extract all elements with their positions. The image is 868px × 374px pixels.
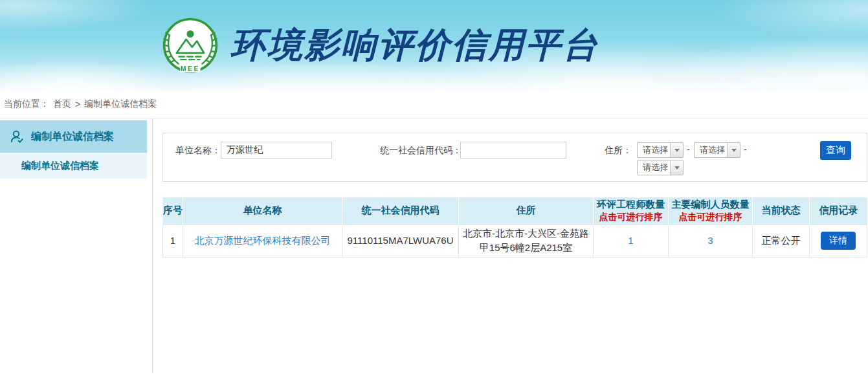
- col-engineer-sort-hint: 点击可进行排序: [594, 212, 668, 223]
- breadcrumb: 当前位置： 首页 > 编制单位诚信档案: [0, 91, 868, 118]
- chevron-down-icon[interactable]: [727, 143, 740, 157]
- col-status: 当前状态: [753, 197, 810, 225]
- cell-status: 正常公开: [753, 225, 810, 257]
- col-credit-record: 信用记录: [810, 197, 867, 225]
- table-header-row: 序号 单位名称 统一社会信用代码 住所 环评工程师数量 点击可进行排序 主要编制…: [163, 197, 867, 225]
- sidebar-item-label: 编制单位诚信档案: [31, 130, 114, 144]
- unit-name-label: 单位名称：: [175, 145, 221, 157]
- engineer-count-link[interactable]: 1: [628, 235, 633, 246]
- content-layout: 编制单位诚信档案 编制单位诚信档案 单位名称： 统一社会信用代码： 住所： 请选…: [0, 118, 868, 373]
- unit-name-input[interactable]: [221, 142, 332, 159]
- address-district-value: 请选择: [638, 162, 670, 173]
- mee-logo-icon: MEE: [161, 16, 220, 75]
- col-staff-count-label: 主要编制人员数量: [669, 199, 752, 211]
- col-seq: 序号: [163, 197, 183, 225]
- page-title: 环境影响评价信用平台: [230, 22, 599, 69]
- col-address: 住所: [459, 197, 594, 225]
- chevron-down-icon[interactable]: [670, 143, 683, 157]
- sidebar: 编制单位诚信档案 编制单位诚信档案: [0, 118, 153, 373]
- detail-button[interactable]: 详情: [821, 232, 856, 250]
- address-label: 住所：: [605, 145, 632, 157]
- sidebar-item-unit-credit-archive[interactable]: 编制单位诚信档案: [0, 120, 147, 153]
- user-check-icon: [9, 129, 25, 144]
- address-separator: -: [744, 144, 747, 155]
- results-table: 序号 单位名称 统一社会信用代码 住所 环评工程师数量 点击可进行排序 主要编制…: [162, 197, 867, 258]
- col-engineer-count-label: 环评工程师数量: [594, 199, 668, 211]
- breadcrumb-home-link[interactable]: 首页: [53, 98, 71, 110]
- breadcrumb-location-label: 当前位置：: [4, 98, 49, 110]
- sidebar-subitem-unit-credit-archive[interactable]: 编制单位诚信档案: [0, 153, 147, 179]
- col-credit-code: 统一社会信用代码: [342, 197, 459, 225]
- address-separator: -: [687, 144, 690, 155]
- breadcrumb-separator: >: [75, 99, 80, 109]
- unit-name-link[interactable]: 北京万源世纪环保科技有限公司: [195, 235, 331, 246]
- address-province-select[interactable]: 请选择: [637, 142, 684, 158]
- credit-code-label: 统一社会信用代码：: [380, 145, 462, 157]
- cell-credit-code: 91110115MA7LWUA76U: [342, 225, 459, 257]
- credit-code-input[interactable]: [460, 142, 566, 159]
- search-form: 单位名称： 统一社会信用代码： 住所： 请选择 - 请选择 - 请选择: [162, 133, 867, 182]
- chevron-down-icon[interactable]: [670, 160, 683, 175]
- col-staff-count-sortable[interactable]: 主要编制人员数量 点击可进行排序: [669, 197, 753, 225]
- col-engineer-count-sortable[interactable]: 环评工程师数量 点击可进行排序: [594, 197, 669, 225]
- site-banner: MEE 环境影响评价信用平台: [0, 0, 868, 91]
- address-province-value: 请选择: [638, 144, 670, 156]
- query-button[interactable]: 查询: [820, 141, 851, 160]
- sidebar-subitem-label: 编制单位诚信档案: [21, 160, 99, 172]
- svg-text:MEE: MEE: [181, 65, 200, 72]
- breadcrumb-current: 编制单位诚信档案: [84, 98, 157, 110]
- col-unit-name: 单位名称: [183, 197, 342, 225]
- address-city-value: 请选择: [695, 144, 727, 156]
- col-staff-sort-hint: 点击可进行排序: [669, 212, 752, 223]
- main-content: 单位名称： 统一社会信用代码： 住所： 请选择 - 请选择 - 请选择: [153, 118, 868, 373]
- cell-address: 北京市-北京市-大兴区-金苑路甲15号6幢2层A215室: [459, 225, 594, 257]
- staff-count-link[interactable]: 3: [707, 235, 713, 246]
- cell-seq: 1: [163, 225, 183, 257]
- address-city-select[interactable]: 请选择: [694, 142, 740, 158]
- table-row: 1 北京万源世纪环保科技有限公司 91110115MA7LWUA76U 北京市-…: [163, 225, 867, 257]
- address-district-select[interactable]: 请选择: [637, 160, 684, 175]
- page: MEE 环境影响评价信用平台 当前位置： 首页 > 编制单位诚信档案 编制单位诚…: [0, 0, 868, 374]
